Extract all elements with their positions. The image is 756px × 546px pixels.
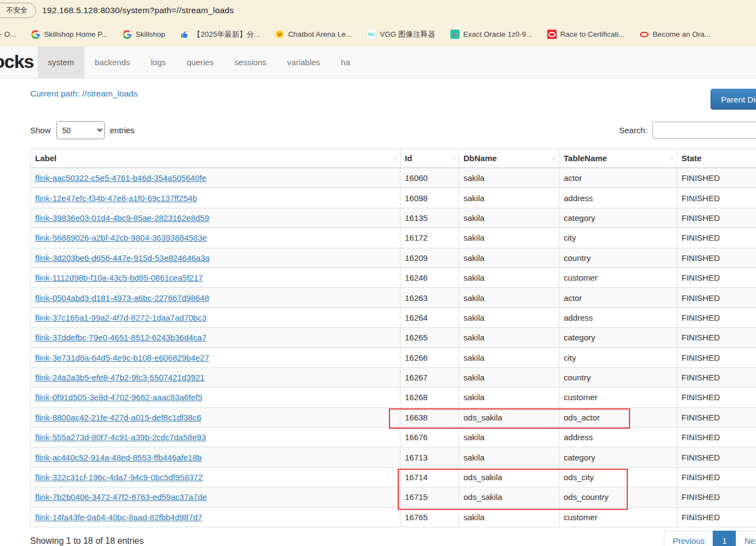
state-cell: FINISHED <box>677 487 756 507</box>
state-cell: FINISHED <box>677 388 756 407</box>
id-cell: 16713 <box>400 447 459 467</box>
stream-load-link[interactable]: flink-39836e03-01d4-4bc9-85ae-2823162e8d… <box>35 213 209 223</box>
bookmark-item[interactable]: Skillshop <box>123 30 165 39</box>
stream-load-link[interactable]: flink-56889026-a2bf-42cb-9804-3639388458… <box>35 233 207 242</box>
label-cell: flink-ac440c52-914a-48ed-8553-ffb446afe1… <box>31 447 400 467</box>
sort-icon: ↓↑ <box>451 154 456 162</box>
label-cell: flink-322c31cf-196c-4da7-94c9-0bc5df9583… <box>31 467 400 487</box>
stream-load-link[interactable]: flink-322c31cf-196c-4da7-94c9-0bc5df9583… <box>35 473 203 482</box>
bookmark-item[interactable]: Race to Certificati... <box>547 30 625 39</box>
bookmark-label: 【2025年最新】分... <box>193 30 260 39</box>
security-badge[interactable]: 不安全 <box>0 3 36 18</box>
page-1-button[interactable]: 1 <box>713 531 736 546</box>
dbname-cell: ods_sakila <box>459 467 559 487</box>
dbname-cell: sakila <box>459 248 559 268</box>
bookmark-item[interactable]: Chatbot Arena Le... <box>275 30 352 39</box>
table-row: flink-8800ac42-21fe-427d-a015-def8c1df38… <box>31 407 756 427</box>
label-cell: flink-12e47efc-f34b-47e8-a1f0-69c137ff25… <box>31 188 400 208</box>
column-header-state[interactable]: State↓↑ <box>677 149 756 168</box>
bookmark-label: sults - O... <box>0 30 16 38</box>
tab-variables[interactable]: variables <box>277 47 330 78</box>
stream-load-link[interactable]: flink-555a273d-80f7-4c91-a39b-2cdc7da58e… <box>35 433 206 442</box>
bookmark-item[interactable]: Skillshop Home P... <box>31 30 108 39</box>
id-cell: 16266 <box>400 348 459 367</box>
label-cell: flink-3e731d8a-64d5-4e9c-b108-e606829b4e… <box>31 348 400 367</box>
label-cell: flink-3d203be6-d656-447e-915d-53e824646a… <box>31 248 400 268</box>
parent-dir-button[interactable]: Parent Dir <box>711 89 756 110</box>
tab-sessions[interactable]: sessions <box>224 47 277 78</box>
address-bar-url[interactable]: 192.168.5.128:8030/system?path=//stream_… <box>42 5 234 15</box>
entries-label: entries <box>110 126 135 135</box>
dbname-cell: sakila <box>459 447 559 467</box>
tab-backends[interactable]: backends <box>84 47 140 78</box>
dbname-cell: sakila <box>459 328 559 348</box>
entries-summary: Showing 1 to 18 of 18 entries <box>30 536 144 546</box>
page-size-select[interactable]: 50 <box>56 121 105 139</box>
id-cell: 16098 <box>400 188 459 208</box>
search-control: Search: <box>619 122 756 139</box>
id-cell: 16246 <box>400 268 459 287</box>
tablename-cell: customer <box>559 388 677 407</box>
stream-load-link[interactable]: flink-7b2b0406-3472-47f2-8763-ed59ac37a7… <box>35 492 207 502</box>
table-row: flink-555a273d-80f7-4c91-a39b-2cdc7da58e… <box>31 428 756 447</box>
dbname-cell: sakila <box>459 428 559 447</box>
stream-load-link[interactable]: flink-3e731d8a-64d5-4e9c-b108-e606829b4e… <box>35 353 209 362</box>
tablename-cell: category <box>559 447 677 467</box>
dbname-cell: ods_sakila <box>459 487 559 507</box>
show-label: Show <box>30 126 51 135</box>
stream-load-link[interactable]: flink-1112d98b-f10a-43c5-bd85-0861cea5f2… <box>35 273 203 282</box>
stream-load-link[interactable]: flink-ac440c52-914a-48ed-8553-ffb446afe1… <box>35 453 202 462</box>
stream-load-link[interactable]: flink-12e47efc-f34b-47e8-a1f0-69c137ff25… <box>35 194 197 203</box>
search-label: Search: <box>619 126 648 135</box>
stream-load-link[interactable]: flink-0504abd3-d181-4973-a6bc-227667d986… <box>35 293 209 303</box>
stream-load-link[interactable]: flink-14fa43fe-0a64-40bc-8aad-82fbb4d987… <box>35 513 202 522</box>
stream-load-link[interactable]: flink-aac50322-c5e5-4761-b46d-354a505640… <box>35 173 207 183</box>
stream-load-link[interactable]: flink-37ddefbc-79e0-4651-8512-6243b36d4c… <box>35 333 207 342</box>
next-page-button[interactable]: Next <box>736 531 756 546</box>
dbname-cell: sakila <box>459 507 559 527</box>
table-header-row: Label↓↑Id↓↑DbName↓↑TableName↓↑State↓↑ <box>31 149 756 168</box>
tab-queries[interactable]: queries <box>176 47 224 78</box>
search-input[interactable] <box>652 122 756 139</box>
label-cell: flink-8800ac42-21fe-427d-a015-def8c1df38… <box>31 407 400 427</box>
stream-load-link[interactable]: flink-3d203be6-d656-447e-915d-53e824646a… <box>35 253 210 263</box>
column-header-label[interactable]: Label↓↑ <box>31 149 400 168</box>
column-label: State <box>681 153 702 163</box>
sort-icon: ↓↑ <box>669 154 674 162</box>
previous-page-button[interactable]: Previous <box>664 531 713 546</box>
tab-system[interactable]: system <box>38 47 85 78</box>
stream-load-link[interactable]: flink-37c165a1-99a2-4f7d-8272-1daa7ad70b… <box>35 313 207 322</box>
bookmark-label: Chatbot Arena Le... <box>288 30 352 38</box>
state-cell: FINISHED <box>677 188 756 208</box>
bookmark-item[interactable]: VCVGG 图像注释器 <box>366 30 435 39</box>
bookmark-item[interactable]: eExact Oracle 1z0-9... <box>450 30 532 39</box>
column-header-dbname[interactable]: DbName↓↑ <box>459 149 559 168</box>
tablename-cell: address <box>559 428 677 447</box>
tab-logs[interactable]: logs <box>140 47 176 78</box>
label-cell: flink-7b2b0406-3472-47f2-8763-ed59ac37a7… <box>31 487 400 507</box>
bookmark-item[interactable]: Become an Ora... <box>639 30 711 39</box>
table-row: flink-7b2b0406-3472-47f2-8763-ed59ac37a7… <box>31 487 756 507</box>
stream-load-link[interactable]: flink-0f91d505-3e8d-4702-9662-aaac83a6fe… <box>35 393 202 402</box>
table-row: flink-39836e03-01d4-4bc9-85ae-2823162e8d… <box>31 208 756 228</box>
tablename-cell: category <box>559 328 677 348</box>
column-header-id[interactable]: Id↓↑ <box>400 149 459 168</box>
vgg-icon: VC <box>366 30 376 39</box>
tab-ha[interactable]: ha <box>330 47 360 78</box>
bookmark-label: Race to Certificati... <box>560 30 625 38</box>
label-cell: flink-aac50322-c5e5-4761-b46d-354a505640… <box>31 168 400 188</box>
bookmark-item[interactable]: 【2025年最新】分... <box>180 30 260 39</box>
dbname-cell: sakila <box>459 188 559 208</box>
label-cell: flink-56889026-a2bf-42cb-9804-3639388458… <box>31 228 400 248</box>
stream-load-link[interactable]: flink-24a2a3b5-efe8-47b2-9fc3-5507421d39… <box>35 373 204 382</box>
bookmark-item[interactable]: sults - O... <box>0 30 16 38</box>
oracle-red-ring-icon <box>639 30 649 39</box>
column-header-tablename[interactable]: TableName↓↑ <box>559 149 677 168</box>
column-label: DbName <box>463 153 497 163</box>
dbname-cell: sakila <box>459 208 559 228</box>
column-label: Id <box>405 153 412 163</box>
stream-load-link[interactable]: flink-8800ac42-21fe-427d-a015-def8c1df38… <box>35 413 202 422</box>
label-cell: flink-1112d98b-f10a-43c5-bd85-0861cea5f2… <box>31 268 400 287</box>
state-cell: FINISHED <box>677 467 756 487</box>
google-g-icon <box>123 30 132 39</box>
